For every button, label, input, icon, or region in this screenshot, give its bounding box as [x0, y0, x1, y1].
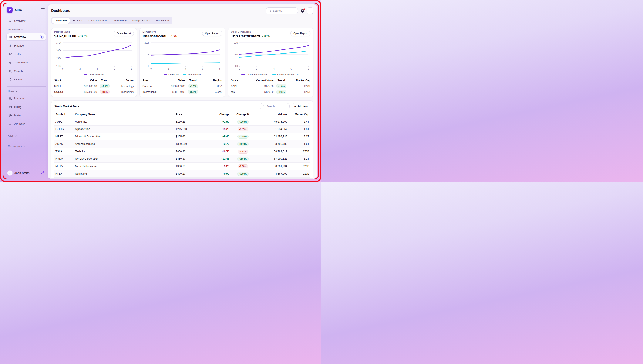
global-search-input[interactable]: [273, 9, 295, 12]
global-search[interactable]: [266, 8, 298, 14]
tab-finance[interactable]: Finance: [70, 18, 85, 24]
cell-company: Amazon.com Inc.: [75, 142, 176, 146]
add-button[interactable]: +: [307, 8, 313, 14]
sidebar-item-invite[interactable]: Invite: [6, 112, 46, 119]
key-icon: [9, 122, 12, 126]
table-row: NVDANVIDIA Corporation$450.30+12.45+2.84…: [54, 155, 310, 163]
sidebar-section-users[interactable]: Users: [6, 90, 46, 93]
theme-paintbrush-icon[interactable]: [40, 170, 45, 176]
svg-text:4: 4: [97, 68, 98, 70]
sidebar-item-finance[interactable]: $ Finance: [6, 42, 46, 49]
portfolio-line-chart: 140k150k160k170k02468: [54, 40, 134, 72]
sidebar-item-api-keys[interactable]: API Keys: [6, 120, 46, 128]
open-report-button[interactable]: Open Report: [202, 30, 222, 36]
cell-volume: 67,890,123: [257, 157, 287, 160]
sidebar-item-usage[interactable]: Usage: [6, 76, 46, 83]
cell-change: -3.25: [205, 165, 229, 168]
table-row: GOOGLAlphabet Inc.$2750.80-15.20-0.55%1,…: [54, 126, 310, 133]
sidebar-item-manage[interactable]: Manage: [6, 95, 46, 102]
sidebar-item-technology[interactable]: Technology: [6, 59, 46, 66]
tab-api-usage[interactable]: API Usage: [153, 18, 172, 24]
sidebar-section-dashboard[interactable]: Dashboard: [6, 28, 46, 32]
tab-google-search[interactable]: Google Search: [130, 18, 153, 24]
sidebar-item-label: Overview: [14, 36, 26, 38]
cell-market-cap: 850B: [287, 150, 309, 153]
cell-company: Apple Inc.: [75, 120, 176, 123]
cell-price: $2750.80: [176, 128, 205, 130]
open-report-button[interactable]: Open Report: [114, 30, 134, 36]
cell-price: $450.30: [176, 157, 205, 160]
svg-text:160k: 160k: [56, 49, 61, 52]
cell-change: +2.50: [205, 120, 229, 123]
bull-icon: [8, 8, 12, 12]
sidebar-section-components[interactable]: Components: [6, 144, 46, 148]
cell-change: +12.45: [205, 157, 229, 160]
cell-change-pct: +2.84%: [229, 157, 257, 161]
panel-title: Stock Market Data: [54, 105, 79, 108]
table-search-input[interactable]: [266, 105, 287, 108]
svg-text:0: 0: [62, 68, 63, 70]
card-value: Top Performers: [231, 34, 260, 38]
cell-symbol: AAPL: [56, 120, 75, 123]
svg-text:2: 2: [79, 68, 81, 70]
user-menu[interactable]: J John Smith: [6, 169, 46, 176]
chevron-right-icon: [23, 145, 26, 148]
tab-technology[interactable]: Technology: [110, 18, 129, 24]
domestic-international-line-chart: 0100k200k02468: [142, 40, 222, 72]
tab-traffic-overview[interactable]: Traffic Overview: [85, 18, 110, 24]
brand-name: Aura: [15, 8, 22, 12]
notifications-bell-icon[interactable]: [300, 9, 305, 13]
table-row: MSFTMicrosoft Corporation$305.60+5.40+1.…: [54, 133, 310, 140]
table-row: AMZNAmazon.com Inc.$3300.50+2.75+0.79%3,…: [54, 140, 310, 148]
sidebar-item-search[interactable]: Search: [6, 68, 46, 74]
menu-icon[interactable]: [40, 8, 46, 12]
card-stock-comparison: Stock Comparison Top Performers ▲8.7% Op…: [228, 28, 313, 97]
summary-cards: Portfolio Value $167,000.00 ▲12.5% Open …: [51, 28, 313, 97]
delta-badge: ▼-1.5%: [168, 35, 177, 38]
dashboard-tabs: OverviewFinanceTraffic OverviewTechnolog…: [51, 17, 172, 24]
sidebar-item-billing[interactable]: Billing: [6, 104, 46, 110]
aura-logo: [7, 7, 13, 13]
card-table: StockValueTrendSector MSFT$78,000.00+2.0…: [54, 78, 134, 95]
table-row: Domestic$138,889.00+1.0%USA: [142, 83, 222, 89]
smartphone-icon: [9, 78, 12, 81]
cell-price: $3300.50: [176, 142, 205, 146]
cell-change: -15.20: [205, 128, 229, 130]
cell-market-cap: 1.8T: [287, 128, 309, 130]
cell-market-cap: 2.4T: [287, 120, 309, 123]
cell-price: $480.20: [176, 172, 205, 175]
sidebar-section-apps[interactable]: Apps: [6, 134, 46, 138]
cell-symbol: META: [56, 165, 75, 168]
user-name: John Smith: [15, 172, 30, 174]
sidebar-item-label: Invite: [14, 114, 21, 117]
card-label: Portfolio Value: [54, 30, 87, 33]
cell-volume: 3,456,789: [257, 142, 287, 146]
svg-text:150k: 150k: [56, 57, 61, 60]
cell-market-cap: 1.6T: [287, 142, 309, 146]
notification-dot: [303, 8, 305, 10]
open-report-button[interactable]: Open Report: [290, 30, 310, 36]
svg-text:8: 8: [308, 68, 309, 70]
tab-overview[interactable]: Overview: [52, 18, 70, 24]
cell-company: Netflix Inc.: [75, 172, 176, 175]
cell-company: Microsoft Corporation: [75, 135, 176, 138]
table-row: International$28,120.00+0.5%Global: [142, 89, 222, 95]
svg-text:4: 4: [273, 68, 275, 70]
sidebar-item-traffic[interactable]: Traffic: [6, 50, 46, 58]
sidebar-item-label: Manage: [14, 97, 24, 100]
overview-count-badge: 2: [40, 35, 44, 39]
legend-entry: Domestic: [163, 73, 179, 76]
cell-change-pct: +1.80%: [229, 135, 257, 139]
avatar: J: [7, 170, 13, 176]
cell-company: Meta Platforms Inc.: [75, 165, 176, 168]
chart-legend: DomesticInternational: [142, 73, 222, 76]
dollar-icon: $: [9, 44, 12, 47]
chevron-down-icon: [16, 90, 18, 92]
sidebar-item-overview[interactable]: Overview 2: [6, 33, 46, 40]
cell-change-pct: +0.79%: [229, 142, 257, 146]
svg-text:6: 6: [114, 68, 115, 70]
user-plus-icon: [9, 114, 12, 117]
sidebar-item-overview-home[interactable]: Overview: [6, 18, 46, 24]
add-item-button[interactable]: + Add Item: [292, 103, 310, 109]
table-search[interactable]: [260, 103, 290, 109]
